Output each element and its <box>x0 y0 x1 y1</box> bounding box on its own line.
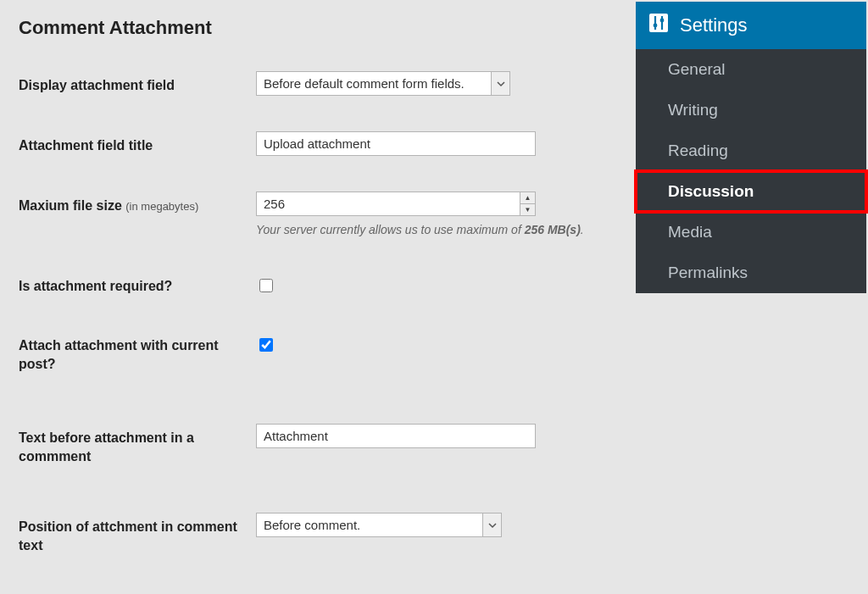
number-spinner[interactable]: ▲ ▼ <box>520 192 535 215</box>
max-size-input[interactable] <box>256 192 536 216</box>
label-max-size: Maxium file size (in megabytes) <box>19 192 256 215</box>
field-title-input[interactable] <box>256 131 536 156</box>
page-title: Comment Attachment <box>19 17 627 39</box>
label-max-size-sub: (in megabytes) <box>125 200 198 213</box>
sidebar-header[interactable]: Settings <box>636 2 866 49</box>
spinner-up-icon[interactable]: ▲ <box>520 192 535 204</box>
label-display-field: Display attachment field <box>19 71 256 95</box>
position-select[interactable]: Before comment. <box>256 513 502 537</box>
display-field-select[interactable]: Before default comment form fields. <box>256 71 510 96</box>
svg-point-3 <box>654 24 658 28</box>
settings-form: Comment Attachment Display attachment fi… <box>0 0 627 555</box>
spinner-down-icon[interactable]: ▼ <box>520 204 535 215</box>
label-position: Position of attchment in comment text <box>19 513 256 554</box>
row-display-field: Display attachment field Before default … <box>19 71 627 96</box>
sidebar-items: GeneralWritingReadingDiscussionMediaPerm… <box>636 49 866 293</box>
label-attach-post: Attach attachment with current post? <box>19 331 256 373</box>
svg-point-4 <box>660 19 665 23</box>
row-field-title: Attachment field title <box>19 131 627 156</box>
help-suffix: . <box>581 223 584 236</box>
row-required: Is attachment required? <box>19 272 627 296</box>
sidebar-header-label: Settings <box>680 14 748 36</box>
sidebar-item-reading[interactable]: Reading <box>636 130 866 171</box>
sidebar-item-permalinks[interactable]: Permalinks <box>636 253 866 293</box>
label-text-before: Text before attachment in a commment <box>19 424 256 465</box>
row-attach-post: Attach attachment with current post? <box>19 331 627 373</box>
settings-icon <box>649 14 668 37</box>
text-before-input[interactable] <box>256 424 536 448</box>
attach-post-checkbox[interactable] <box>259 338 273 352</box>
row-text-before: Text before attachment in a commment <box>19 424 627 465</box>
max-size-help: Your server currently allows us to use m… <box>256 223 627 236</box>
sidebar-item-media[interactable]: Media <box>636 212 866 253</box>
label-max-size-text: Maxium file size <box>19 198 122 213</box>
sidebar-item-general[interactable]: General <box>636 49 866 90</box>
label-field-title: Attachment field title <box>19 131 256 155</box>
svg-rect-0 <box>649 14 668 32</box>
required-checkbox[interactable] <box>259 279 273 292</box>
row-max-size: Maxium file size (in megabytes) ▲ ▼ Your… <box>19 192 627 236</box>
settings-sidebar: Settings GeneralWritingReadingDiscussion… <box>636 2 866 293</box>
max-size-input-wrap: ▲ ▼ <box>256 192 536 216</box>
position-select-wrap: Before comment. <box>256 513 502 537</box>
label-required: Is attachment required? <box>19 272 256 296</box>
sidebar-item-discussion[interactable]: Discussion <box>636 171 866 212</box>
sidebar-item-writing[interactable]: Writing <box>636 90 866 130</box>
help-prefix: Your server currently allows us to use m… <box>256 223 525 236</box>
form-table: Display attachment field Before default … <box>19 71 627 555</box>
help-bold: 256 MB(s) <box>525 223 581 236</box>
row-position: Position of attchment in comment text Be… <box>19 513 627 554</box>
display-field-select-wrap: Before default comment form fields. <box>256 71 510 96</box>
